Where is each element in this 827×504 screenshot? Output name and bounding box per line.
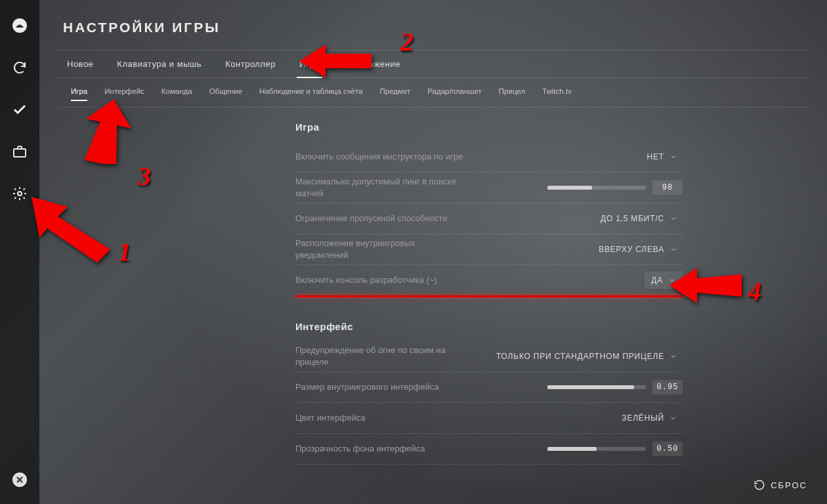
briefcase-icon[interactable] bbox=[11, 143, 28, 160]
tab-controller[interactable]: Контроллер bbox=[223, 51, 278, 77]
section-interface-title: Интерфейс bbox=[295, 321, 683, 332]
subtab-item[interactable]: Предмет bbox=[380, 87, 411, 100]
left-rail bbox=[0, 0, 39, 504]
dropdown-bandwidth[interactable]: ДО 1,5 МБИТ/С bbox=[595, 210, 683, 227]
chevron-down-icon bbox=[669, 352, 677, 360]
chevron-down-icon bbox=[669, 153, 677, 161]
chevron-down-icon bbox=[669, 215, 677, 222]
value-ping: 98 bbox=[652, 180, 683, 195]
row-hudcolor: Цвет интерфейса ЗЕЛЁНЫЙ bbox=[295, 403, 683, 434]
subtab-crosshair[interactable]: Прицел bbox=[499, 87, 525, 100]
value-notifypos: ВВЕРХУ СЛЕВА bbox=[599, 245, 664, 254]
label-hudalpha: Прозрачность фона интерфейса bbox=[295, 443, 425, 455]
svg-point-2 bbox=[18, 192, 22, 196]
subtab-game[interactable]: Игра bbox=[71, 87, 87, 100]
value-bandwidth: ДО 1,5 МБИТ/С bbox=[601, 214, 664, 223]
refresh-icon[interactable] bbox=[11, 59, 28, 76]
tab-keyboard[interactable]: Клавиатура и мышь bbox=[114, 51, 204, 77]
check-icon[interactable] bbox=[11, 101, 28, 118]
value-console: ДА bbox=[651, 276, 663, 285]
slider-hudscale[interactable] bbox=[547, 385, 646, 389]
gear-icon[interactable] bbox=[11, 185, 28, 202]
subtab-comm[interactable]: Общение bbox=[209, 87, 242, 100]
row-ping: Максимально допустимый пинг в поиске мат… bbox=[295, 173, 683, 203]
value-hudcolor: ЗЕЛЁНЫЙ bbox=[622, 413, 664, 423]
main-tabs: Новое Клавиатура и мышь Контроллер Игра … bbox=[58, 50, 809, 78]
row-bandwidth: Ограничение пропускной способности ДО 1,… bbox=[295, 203, 683, 234]
tab-new[interactable]: Новое bbox=[64, 51, 96, 77]
row-hudalpha: Прозрачность фона интерфейса 0.50 bbox=[295, 434, 683, 465]
row-ffwarning: Предупреждение об огне по своим на прице… bbox=[295, 341, 683, 372]
chevron-down-icon bbox=[669, 414, 677, 422]
reset-icon bbox=[753, 479, 765, 491]
tab-video[interactable]: Изображение bbox=[341, 51, 403, 77]
label-bandwidth: Ограничение пропускной способности bbox=[295, 213, 448, 224]
home-icon[interactable] bbox=[11, 17, 28, 34]
label-console: Включить консоль разработчика (~) bbox=[295, 274, 437, 286]
value-hudalpha: 0.50 bbox=[652, 442, 683, 456]
dropdown-console[interactable]: ДА bbox=[645, 272, 683, 289]
label-ffwarning: Предупреждение об огне по своим на прице… bbox=[295, 345, 466, 368]
sub-tabs: Игра Интерфейс Команда Общение Наблюдени… bbox=[58, 78, 809, 108]
row-notifypos: Расположение внутриигровых уведомлений В… bbox=[295, 234, 683, 265]
subtab-radar[interactable]: Радар/планшет bbox=[427, 87, 482, 100]
value-instructor: НЕТ bbox=[647, 152, 664, 161]
settings-content: Игра Включить сообщения инструктора по и… bbox=[295, 115, 683, 471]
value-ffwarning: ТОЛЬКО ПРИ СТАНДАРТНОМ ПРИЦЕЛЕ bbox=[496, 352, 664, 361]
label-hudscale: Размер внутриигрового интерфейса bbox=[295, 381, 439, 393]
subtab-team[interactable]: Команда bbox=[161, 87, 192, 100]
label-notifypos: Расположение внутриигровых уведомлений bbox=[295, 238, 466, 261]
row-instructor: Включить сообщения инструктора по игре Н… bbox=[295, 142, 683, 173]
label-ping: Максимально допустимый пинг в поиске мат… bbox=[295, 176, 466, 199]
slider-hudalpha[interactable] bbox=[547, 447, 646, 451]
row-hudscale: Размер внутриигрового интерфейса 0.95 bbox=[295, 372, 683, 403]
chevron-down-icon bbox=[669, 245, 677, 253]
close-icon[interactable] bbox=[11, 471, 28, 488]
svg-rect-1 bbox=[14, 149, 26, 157]
dropdown-ffwarning[interactable]: ТОЛЬКО ПРИ СТАНДАРТНОМ ПРИЦЕЛЕ bbox=[491, 348, 683, 365]
reset-label: СБРОС bbox=[771, 480, 807, 490]
slider-ping[interactable] bbox=[547, 186, 646, 190]
row-console: Включить консоль разработчика (~) ДА bbox=[295, 265, 683, 295]
label-instructor: Включить сообщения инструктора по игре bbox=[295, 151, 463, 163]
page-title: НАСТРОЙКИ ИГРЫ bbox=[63, 20, 809, 35]
chevron-down-icon bbox=[668, 276, 676, 284]
label-hudcolor: Цвет интерфейса bbox=[295, 412, 365, 424]
subtab-twitch[interactable]: Twitch.tv bbox=[542, 87, 572, 100]
reset-button[interactable]: СБРОС bbox=[753, 479, 807, 491]
tab-game[interactable]: Игра bbox=[297, 51, 322, 77]
dropdown-hudcolor[interactable]: ЗЕЛЁНЫЙ bbox=[616, 410, 683, 427]
settings-page: НАСТРОЙКИ ИГРЫ Новое Клавиатура и мышь К… bbox=[39, 0, 827, 504]
row-hpstyle: Стиль здоровья/патронов СТАНДАРТНЫЙ bbox=[295, 465, 683, 471]
section-game-title: Игра bbox=[295, 121, 683, 133]
subtab-spectate[interactable]: Наблюдение и таблица счёта bbox=[259, 87, 362, 100]
dropdown-notifypos[interactable]: ВВЕРХУ СЛЕВА bbox=[593, 241, 683, 258]
value-hudscale: 0.95 bbox=[652, 380, 683, 394]
subtab-interface[interactable]: Интерфейс bbox=[104, 87, 144, 100]
dropdown-instructor[interactable]: НЕТ bbox=[642, 148, 683, 165]
